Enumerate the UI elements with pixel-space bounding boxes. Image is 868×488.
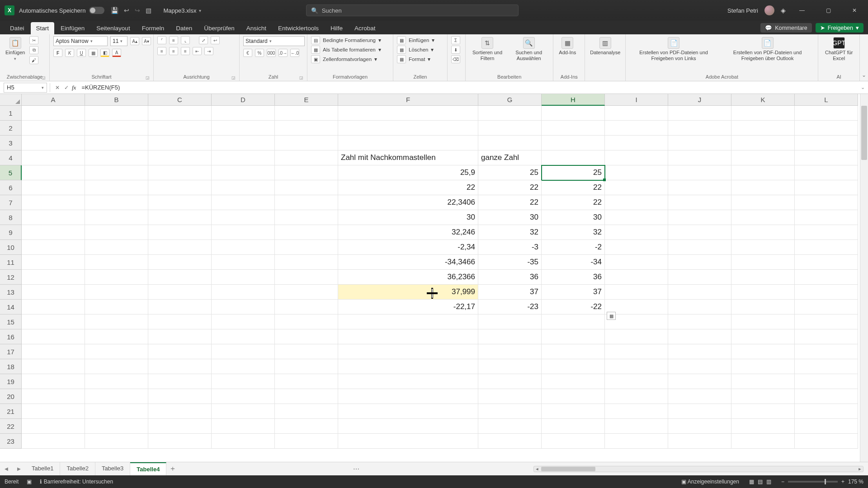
cell-D3[interactable] xyxy=(212,136,275,150)
cell-H17[interactable] xyxy=(542,344,605,359)
cell-F4[interactable]: Zahl mit Nachkommastellen xyxy=(338,150,478,165)
cell-B18[interactable] xyxy=(85,359,148,374)
copy-icon[interactable]: ⧉ xyxy=(29,46,38,54)
cell-I12[interactable] xyxy=(605,270,668,285)
cell-D11[interactable] xyxy=(212,255,275,270)
cell-A20[interactable] xyxy=(22,389,85,404)
cell-B1[interactable] xyxy=(85,106,148,121)
row-header-5[interactable]: 5 xyxy=(0,165,22,180)
cell-K3[interactable] xyxy=(731,136,795,150)
cell-G17[interactable] xyxy=(478,344,542,359)
cell-G15[interactable] xyxy=(478,314,542,329)
cell-D10[interactable] xyxy=(212,240,275,255)
chatgpt-button[interactable]: GPTChatGPT für Excel xyxy=(822,36,856,62)
cell-E15[interactable] xyxy=(275,314,338,329)
cell-A10[interactable] xyxy=(22,240,85,255)
cell-H11[interactable]: -34 xyxy=(542,255,605,270)
add-sheet-button[interactable]: ＋ xyxy=(166,464,179,474)
column-header-E[interactable]: E xyxy=(275,94,338,106)
cell-C17[interactable] xyxy=(148,344,212,359)
cell-F16[interactable] xyxy=(338,329,478,344)
zoom-slider[interactable] xyxy=(788,481,838,483)
cell-E12[interactable] xyxy=(275,270,338,285)
ribbon-tab-überprüfen[interactable]: Überprüfen xyxy=(198,22,240,34)
cell-styles-button[interactable]: ▣Zellenformatvorlagen ▾ xyxy=(311,55,377,63)
cell-E9[interactable] xyxy=(275,225,338,240)
cell-D12[interactable] xyxy=(212,270,275,285)
cell-H12[interactable]: 36 xyxy=(542,270,605,285)
user-avatar[interactable] xyxy=(764,5,774,15)
cell-J11[interactable] xyxy=(668,255,731,270)
align-center-icon[interactable]: ≡ xyxy=(169,47,178,55)
comma-icon[interactable]: 000 xyxy=(267,49,276,57)
column-header-I[interactable]: I xyxy=(605,94,668,106)
cell-F17[interactable] xyxy=(338,344,478,359)
decrease-decimal-icon[interactable]: ←.0 xyxy=(290,49,299,57)
cell-E17[interactable] xyxy=(275,344,338,359)
cell-A9[interactable] xyxy=(22,225,85,240)
cell-G9[interactable]: 32 xyxy=(478,225,542,240)
cell-A16[interactable] xyxy=(22,329,85,344)
sheet-tab-tabelle4[interactable]: Tabelle4 xyxy=(130,462,166,475)
cell-D20[interactable] xyxy=(212,389,275,404)
cell-I5[interactable] xyxy=(605,165,668,180)
display-settings-button[interactable]: ▣ Anzeigeeinstellungen xyxy=(681,479,739,485)
align-middle-icon[interactable]: ≡ xyxy=(169,36,178,44)
cell-J12[interactable] xyxy=(668,270,731,285)
ribbon-tab-ansicht[interactable]: Ansicht xyxy=(241,22,272,34)
sheet-tab-tabelle3[interactable]: Tabelle3 xyxy=(95,462,130,475)
cell-G11[interactable]: -35 xyxy=(478,255,542,270)
cell-F12[interactable]: 36,2366 xyxy=(338,270,478,285)
border-icon[interactable]: ▦ xyxy=(89,49,98,57)
cell-K6[interactable] xyxy=(731,180,795,195)
comments-button[interactable]: 💬 Kommentare xyxy=(760,23,812,33)
cell-L13[interactable] xyxy=(795,285,858,300)
ribbon-tab-daten[interactable]: Daten xyxy=(170,22,198,34)
row-header-12[interactable]: 12 xyxy=(0,270,22,285)
grow-font-icon[interactable]: A▴ xyxy=(130,37,139,45)
zoom-value[interactable]: 175 % xyxy=(848,479,863,485)
cell-G6[interactable]: 22 xyxy=(478,180,542,195)
cell-G1[interactable] xyxy=(478,106,542,121)
cell-A13[interactable] xyxy=(22,285,85,300)
row-header-18[interactable]: 18 xyxy=(0,359,22,374)
cell-C14[interactable] xyxy=(148,300,212,314)
row-header-9[interactable]: 9 xyxy=(0,225,22,240)
ribbon-tab-hilfe[interactable]: Hilfe xyxy=(325,22,348,34)
cell-I2[interactable] xyxy=(605,121,668,136)
conditional-formatting-button[interactable]: ▤Bedingte Formatierung ▾ xyxy=(311,36,381,44)
cell-B12[interactable] xyxy=(85,270,148,285)
find-select-button[interactable]: 🔍Suchen und Auswählen xyxy=(508,36,549,62)
row-header-1[interactable]: 1 xyxy=(0,106,22,121)
cell-I17[interactable] xyxy=(605,344,668,359)
orientation-icon[interactable]: ⤢ xyxy=(199,36,208,44)
cell-C8[interactable] xyxy=(148,210,212,225)
cell-A7[interactable] xyxy=(22,195,85,210)
cell-D14[interactable] xyxy=(212,300,275,314)
worksheet-grid[interactable]: ABCDEFGHIJKL 123456789101112131415161718… xyxy=(0,94,868,462)
number-format-combo[interactable]: Standard▾ xyxy=(243,36,305,46)
cell-E14[interactable] xyxy=(275,300,338,314)
cell-D23[interactable] xyxy=(212,434,275,449)
cell-F9[interactable]: 32,246 xyxy=(338,225,478,240)
row-header-6[interactable]: 6 xyxy=(0,180,22,195)
cell-E7[interactable] xyxy=(275,195,338,210)
fill-icon[interactable]: ⬇ xyxy=(451,46,460,54)
cell-A4[interactable] xyxy=(22,150,85,165)
cell-K9[interactable] xyxy=(731,225,795,240)
cell-A6[interactable] xyxy=(22,180,85,195)
cell-H22[interactable] xyxy=(542,419,605,434)
cell-G12[interactable]: 36 xyxy=(478,270,542,285)
cancel-formula-icon[interactable]: ✕ xyxy=(53,84,62,91)
cell-G18[interactable] xyxy=(478,359,542,374)
format-cells-button[interactable]: ▦Format ▾ xyxy=(397,55,430,63)
scrollbar-thumb[interactable] xyxy=(541,467,595,471)
cell-A5[interactable] xyxy=(22,165,85,180)
shrink-font-icon[interactable]: A▾ xyxy=(142,37,151,45)
cell-A18[interactable] xyxy=(22,359,85,374)
camera-icon[interactable]: ▧ xyxy=(146,7,151,14)
row-header-20[interactable]: 20 xyxy=(0,389,22,404)
minimize-button[interactable]: ― xyxy=(792,0,812,21)
cell-H13[interactable]: 37 xyxy=(542,285,605,300)
autosave-control[interactable]: Automatisches Speichern xyxy=(19,7,104,14)
